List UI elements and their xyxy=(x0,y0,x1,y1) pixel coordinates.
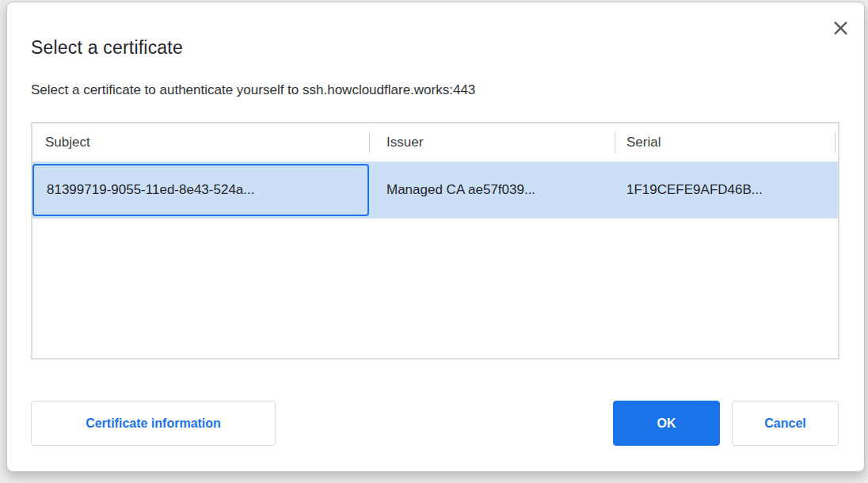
cell-issuer[interactable]: Managed CA ae57f039... xyxy=(369,182,615,198)
column-header-subject[interactable]: Subject xyxy=(32,135,369,150)
select-certificate-dialog: Select a certificate Select a certificat… xyxy=(6,2,865,472)
certificate-row-selected[interactable]: 81399719-9055-11ed-8e43-524a... Managed … xyxy=(32,162,838,219)
column-header-serial[interactable]: Serial xyxy=(615,135,803,150)
cell-serial[interactable]: 1F19CEFE9AFD46B... xyxy=(615,182,803,198)
column-header-issuer[interactable]: Issuer xyxy=(369,135,615,150)
certificate-information-button[interactable]: Certificate information xyxy=(31,401,276,446)
dialog-subtitle: Select a certificate to authenticate you… xyxy=(31,82,475,98)
column-divider xyxy=(835,132,836,153)
table-header-row: Subject Issuer Serial xyxy=(32,124,838,162)
cancel-button[interactable]: Cancel xyxy=(732,401,839,446)
column-divider xyxy=(615,132,615,153)
page-background: Select a certificate Select a certificat… xyxy=(0,0,868,483)
dialog-title: Select a certificate xyxy=(31,37,183,59)
certificate-table: Subject Issuer Serial 81399719-9055-11ed… xyxy=(31,122,839,359)
ok-button[interactable]: OK xyxy=(613,401,720,446)
cell-subject[interactable]: 81399719-9055-11ed-8e43-524a... xyxy=(32,182,369,198)
column-divider xyxy=(369,132,370,153)
close-button[interactable] xyxy=(828,15,853,40)
close-icon xyxy=(832,20,849,36)
